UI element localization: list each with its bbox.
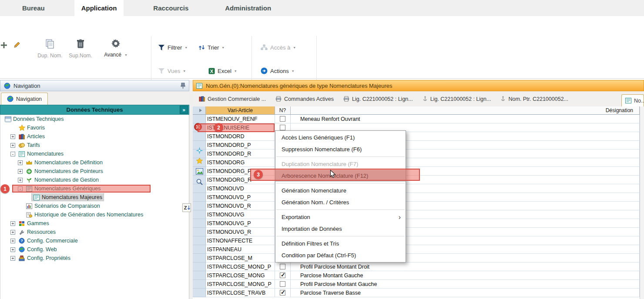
tree-expander[interactable]: +	[10, 221, 15, 226]
add-button[interactable]	[0, 40, 10, 51]
context-menu-item[interactable]: Condition par Défaut (Ctrl-F5)	[275, 249, 406, 261]
row-selector[interactable]	[193, 262, 206, 271]
tree-item[interactable]: +Nomenclatures de Définition	[0, 158, 189, 167]
context-menu-item[interactable]: Suppression Nomenclature (F6)	[275, 143, 406, 155]
row-selector[interactable]	[193, 289, 206, 297]
filter-button[interactable]: Filtrer ▼	[158, 42, 188, 53]
designation-cell[interactable]: Meneau Renfort Ouvrant	[291, 115, 640, 123]
tree-expander[interactable]: -	[10, 152, 15, 156]
tree-expander[interactable]: +	[10, 256, 15, 261]
document-tab[interactable]: Gestion Commerciale ...	[194, 91, 271, 106]
tree-expander[interactable]: +	[18, 160, 23, 165]
tree-item[interactable]: Favoris	[0, 123, 189, 132]
row-checkbox[interactable]	[280, 264, 285, 269]
row-selector[interactable]	[193, 210, 206, 219]
tree-item[interactable]: +Nomenclatures de Gestion	[0, 176, 189, 184]
designation-cell[interactable]: Parclose Traverse Basse	[291, 289, 640, 297]
vertical-scrollbar[interactable]	[640, 106, 644, 299]
window-tab-application[interactable]: Application	[74, 0, 124, 16]
column-header-vari-article[interactable]: Vari-Article	[206, 106, 275, 114]
context-menu-item[interactable]: Accès Liens Génériques (F1)	[275, 132, 406, 143]
designation-cell[interactable]: Profil Parclose Montant Droit	[291, 262, 640, 271]
context-menu-item[interactable]: Génération Nomenclature	[275, 185, 406, 196]
row-selector[interactable]	[193, 254, 206, 262]
tree-item[interactable]: +Config. Web	[0, 245, 189, 254]
row-selector[interactable]	[193, 193, 206, 202]
tree-item[interactable]: -Nomenclatures	[0, 150, 189, 158]
tree-expander[interactable]: +	[10, 143, 15, 148]
excel-button[interactable]: X Excel ▼	[208, 66, 237, 76]
sparkle-tool-button[interactable]	[195, 146, 204, 155]
tree-item[interactable]: +Nomenclatures de Pointeurs	[0, 167, 189, 176]
row-checkbox[interactable]	[280, 290, 285, 296]
star-tool-button[interactable]	[195, 156, 204, 166]
document-tab[interactable]: Lig. C221000052 : Lign...	[418, 91, 496, 106]
row-selector[interactable]	[193, 271, 206, 280]
vari-article-cell[interactable]: ISTPARCLOSE_MONG	[206, 271, 275, 280]
vari-article-cell[interactable]: ISTMONOUVG_R	[206, 228, 275, 236]
row-selector[interactable]	[193, 280, 206, 289]
row-selector[interactable]	[193, 219, 206, 228]
window-tab-bureau[interactable]: Bureau	[15, 0, 52, 16]
vari-article-cell[interactable]: ISTMONOUVG_P	[206, 219, 275, 228]
access-to-button[interactable]: Accès à ▼	[261, 42, 296, 53]
context-menu-item[interactable]: Exportation›	[275, 211, 406, 223]
document-tab[interactable]: No...	[621, 94, 644, 106]
tree-expander[interactable]: +	[10, 239, 15, 243]
vari-article-cell[interactable]: ISTMONDORD_R	[206, 150, 275, 158]
tree-item[interactable]: +Articles	[0, 132, 189, 141]
row-checkbox[interactable]	[280, 272, 285, 278]
column-header-nq[interactable]: N?	[275, 106, 291, 114]
column-header-designation[interactable]: Désignation	[291, 106, 640, 114]
tree-item[interactable]: Données Techniques	[0, 115, 189, 123]
vari-article-cell[interactable]: ISTPARCLOSE_MONG_P	[206, 280, 275, 289]
row-selector[interactable]	[193, 228, 206, 236]
tree-expander[interactable]: +	[18, 169, 23, 174]
vari-article-cell[interactable]: ISTMENOUV_RENF	[206, 115, 275, 123]
window-tab-raccourcis[interactable]: Raccourcis	[146, 0, 195, 16]
document-tab[interactable]: Commandes Actives	[271, 91, 339, 106]
sort-z-tool-button[interactable]: Z	[182, 203, 191, 213]
document-tab[interactable]: Lig. C221000052 : Lign...	[339, 91, 418, 106]
context-menu-item[interactable]: Importation de Données	[275, 223, 406, 235]
vari-article-cell[interactable]: ISTMONOUVG	[206, 210, 275, 219]
image-tool-button[interactable]	[195, 166, 204, 176]
context-menu-item[interactable]: Duplication Nomenclature (F7)	[275, 158, 406, 170]
window-tab-administration[interactable]: Administration	[218, 0, 278, 16]
row-selector[interactable]	[193, 236, 206, 245]
panel-splitter[interactable]	[189, 80, 193, 299]
vari-article-cell[interactable]: ISTPARCLOSE_TRAVB	[206, 289, 275, 297]
tree-expander[interactable]: +	[10, 230, 15, 235]
actions-button[interactable]: Actions ▼	[261, 66, 295, 76]
collapse-panel-button[interactable]: »	[180, 106, 188, 114]
vari-article-cell[interactable]: ISTMONOUVD_P	[206, 193, 275, 202]
tree-item[interactable]: +Gammes	[0, 219, 189, 228]
vari-article-cell[interactable]: ISTMONDORG	[206, 158, 275, 167]
designation-cell[interactable]: Parclose Montant Gauche	[291, 271, 640, 280]
advanced-button[interactable]: Avancé▼	[97, 39, 135, 58]
edit-button[interactable]	[11, 39, 23, 50]
row-selector[interactable]	[193, 202, 206, 210]
document-tab[interactable]: Nom. Ptr. C221000052...	[496, 91, 573, 106]
row-checkbox[interactable]	[280, 125, 285, 130]
vari-article-cell[interactable]: ISTMONDORD_P	[206, 141, 275, 150]
designation-cell[interactable]: Profil Parclose Montant Gauche	[291, 280, 640, 289]
row-selector[interactable]	[193, 132, 206, 141]
row-selector[interactable]	[193, 245, 206, 254]
navigation-tab[interactable]: Navigation	[1, 93, 48, 105]
vari-article-cell[interactable]: ISTPARCLOSE_MOND_P	[206, 262, 275, 271]
row-checkbox[interactable]	[280, 281, 285, 287]
tree-item[interactable]: Scénarios de Comparaison	[0, 202, 189, 210]
tree-item[interactable]: Historique de Génération des Nomenclatur…	[0, 210, 189, 219]
sort-button[interactable]: Trier ▼	[198, 42, 225, 53]
tree-item[interactable]: +?Config. Commerciale	[0, 236, 189, 245]
tree-expander[interactable]: +	[10, 247, 15, 252]
vari-article-cell[interactable]: ISTMONDORD	[206, 132, 275, 141]
vari-article-cell[interactable]: ISTPARCLOSE_M	[206, 254, 275, 262]
context-menu-item[interactable]: Définition Filtres et Tris	[275, 238, 406, 249]
pin-icon[interactable]	[181, 83, 185, 89]
select-all-corner-cell[interactable]	[193, 106, 206, 114]
suppress-nomenclature-button[interactable]: Sup.Nom.	[65, 39, 96, 59]
context-menu-item[interactable]: Génération Nom. / Critères	[275, 196, 406, 208]
tree-item[interactable]: +Config. Propriétés	[0, 254, 189, 262]
